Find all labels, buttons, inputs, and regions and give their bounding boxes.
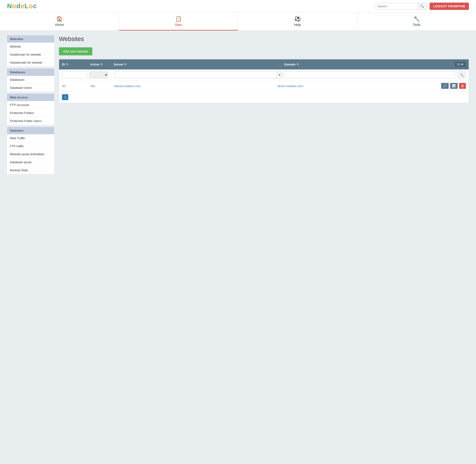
sort-id-icon: ⇅ (66, 63, 68, 66)
th-server-label: Server (114, 63, 123, 66)
filter-id-input[interactable] (62, 71, 87, 78)
sidebar-item-protected-folders[interactable]: Protected Folders (7, 109, 54, 117)
filter-server-dropdown[interactable]: ▼ (277, 72, 282, 78)
sidebar-item-aliasdomain[interactable]: Aliasdomain for website (7, 59, 54, 67)
sidebar-item-database-quota[interactable]: Database quota (7, 158, 54, 166)
tools-icon: 🔧 (413, 16, 420, 22)
sidebar: Websites Website Subdomain for website A… (7, 35, 54, 457)
sites-icon: 📋 (175, 16, 182, 22)
websites-table: ID ⇅ Active ⇅ Server ⇅ Domain ⇅ 15 ▼ (59, 59, 469, 103)
main-layout: Websites Website Subdomain for website A… (0, 31, 476, 462)
row-id-link[interactable]: 45 (62, 84, 65, 88)
content-area: Websites Add new website ID ⇅ Active ⇅ S… (59, 35, 469, 457)
cell-domain: demo.nodeloc.com (277, 84, 441, 88)
sidebar-item-website[interactable]: Website (7, 43, 54, 51)
tab-help-label: Help (294, 23, 301, 27)
tab-tools-label: Tools (413, 23, 420, 27)
header: NodeLoc 🔍 LOGOUT РЕHMPIНB (0, 0, 476, 12)
sidebar-item-website-quota[interactable]: Website quota (Harddisk) (7, 150, 54, 158)
row-active-link[interactable]: Yes (90, 84, 95, 88)
page-1-button[interactable]: 1 (62, 94, 68, 100)
sidebar-item-backup-stats[interactable]: Backup Stats (7, 166, 54, 174)
filter-server-wrap: ▼ (115, 71, 283, 78)
filter-domain-input[interactable] (284, 71, 456, 78)
logout-button[interactable]: LOGOUT РЕHMPIНB (430, 3, 469, 10)
cell-active: Yes (90, 84, 114, 88)
search-button[interactable]: 🔍 (418, 3, 427, 10)
add-website-button[interactable]: Add new website (59, 47, 92, 55)
th-domain[interactable]: Domain ⇅ (284, 63, 455, 66)
pagination: 1 (59, 91, 469, 103)
page-title: Websites (59, 35, 469, 43)
sort-active-icon: ⇅ (100, 63, 102, 66)
cell-actions: 🔗 📊 🗑 (441, 83, 466, 89)
sort-server-icon: ⇅ (124, 63, 126, 66)
tab-help[interactable]: ⚽ Help (238, 12, 357, 30)
tab-sites-label: Sites (175, 23, 182, 27)
filter-active-select[interactable]: Yes No (89, 71, 108, 78)
tab-home[interactable]: 🏠 Home (0, 12, 119, 30)
nav-tabs: 🏠 Home 📋 Sites ⚽ Help 🔧 Tools (0, 12, 476, 31)
row-domain-link[interactable]: demo.nodeloc.com (277, 84, 303, 88)
per-page-selector[interactable]: 15 ▼ (455, 62, 466, 67)
tab-home-label: Home (55, 23, 64, 27)
sidebar-item-subdomain[interactable]: Subdomain for website (7, 51, 54, 59)
filter-active-wrap: Yes No (89, 71, 113, 78)
th-active-label: Active (90, 63, 99, 66)
footer: powered by ISPConfig (0, 462, 476, 464)
per-page-arrow: ▼ (461, 63, 464, 66)
stats-button[interactable]: 📊 (450, 83, 458, 89)
row-server-link[interactable]: niihost.nodeloc.com (114, 84, 141, 88)
logo: NodeLoc (7, 2, 37, 10)
th-domain-label: Domain (284, 63, 296, 66)
th-server[interactable]: Server ⇅ (114, 63, 284, 66)
home-icon: 🏠 (56, 16, 63, 22)
search-input[interactable] (375, 3, 418, 10)
th-active[interactable]: Active ⇅ (90, 63, 114, 66)
sidebar-section-databases: Databases (7, 68, 54, 76)
cell-id: 45 (62, 84, 90, 88)
tab-sites[interactable]: 📋 Sites (119, 12, 238, 30)
sidebar-item-database-users[interactable]: Database Users (7, 84, 54, 92)
help-icon: ⚽ (294, 16, 301, 22)
filter-search-button[interactable]: 🔍 (458, 71, 466, 78)
sidebar-item-protected-folder-users[interactable]: Protected Folder Users (7, 117, 54, 125)
th-id-label: ID (62, 63, 65, 66)
sidebar-item-ftp-accounts[interactable]: FTP-Accounts (7, 101, 54, 109)
table-row: 45 Yes niihost.nodeloc.com demo.nodeloc.… (59, 81, 469, 91)
th-id[interactable]: ID ⇅ (62, 63, 90, 66)
filter-server-input[interactable] (115, 72, 277, 78)
cell-server: niihost.nodeloc.com (114, 84, 277, 88)
per-page-value: 15 (457, 63, 460, 66)
header-right: 🔍 LOGOUT РЕHMPIНB (375, 3, 469, 10)
sidebar-item-databases[interactable]: Databases (7, 76, 54, 84)
sidebar-item-web-traffic[interactable]: Web Traffic (7, 134, 54, 142)
tab-tools[interactable]: 🔧 Tools (357, 12, 476, 30)
edit-button[interactable]: 🔗 (441, 83, 449, 89)
delete-button[interactable]: 🗑 (459, 83, 466, 89)
sidebar-item-ftp-traffic[interactable]: FTP traffic (7, 142, 54, 150)
sidebar-section-statistics: Statistics (7, 127, 54, 134)
sidebar-section-web-access: Web Access (7, 94, 54, 101)
sort-domain-icon: ⇅ (297, 63, 299, 66)
search-box: 🔍 (375, 3, 427, 10)
filter-row: Yes No ▼ 🔍 (59, 69, 469, 81)
table-header-row: ID ⇅ Active ⇅ Server ⇅ Domain ⇅ 15 ▼ (59, 59, 469, 69)
sidebar-section-websites: Websites (7, 35, 54, 43)
